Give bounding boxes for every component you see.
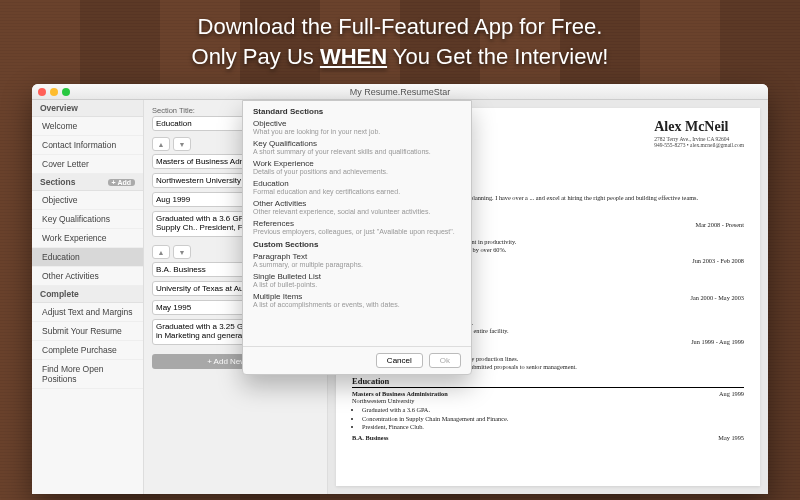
chevron-down-icon[interactable]: ▼ xyxy=(173,245,191,259)
zoom-icon[interactable] xyxy=(62,88,70,96)
sidebar-item-cover-letter[interactable]: Cover Letter xyxy=(32,155,143,174)
modal-item[interactable]: EducationFormal education and key certif… xyxy=(243,178,471,198)
modal-item[interactable]: Key QualificationsA short summary of you… xyxy=(243,138,471,158)
modal-item[interactable]: Work ExperienceDetails of your positions… xyxy=(243,158,471,178)
section-picker-modal: Standard Sections ObjectiveWhat you are … xyxy=(242,100,472,375)
sidebar-item-work-exp[interactable]: Work Experience xyxy=(32,229,143,248)
window-title: My Resume.ResumeStar xyxy=(38,87,762,97)
sidebar-item-contact[interactable]: Contact Information xyxy=(32,136,143,155)
modal-item[interactable]: ReferencesPrevious employers, colleagues… xyxy=(243,218,471,238)
modal-item[interactable]: Other ActivitiesOther relevant experienc… xyxy=(243,198,471,218)
sidebar-head-complete: Complete xyxy=(32,286,143,303)
ok-button[interactable]: Ok xyxy=(429,353,461,368)
cancel-button[interactable]: Cancel xyxy=(376,353,423,368)
sidebar-item-purchase[interactable]: Complete Purchase xyxy=(32,341,143,360)
sidebar-item-other[interactable]: Other Activities xyxy=(32,267,143,286)
resume-name: Alex McNeil xyxy=(654,118,744,136)
modal-standard-head: Standard Sections xyxy=(243,105,471,118)
sidebar-head-sections: Sections+ Add xyxy=(32,174,143,191)
modal-item[interactable]: ObjectiveWhat you are looking for in you… xyxy=(243,118,471,138)
sidebar-item-adjust[interactable]: Adjust Text and Margins xyxy=(32,303,143,322)
add-section-button[interactable]: + Add xyxy=(108,179,135,186)
sidebar-item-welcome[interactable]: Welcome xyxy=(32,117,143,136)
sidebar-head-overview: Overview xyxy=(32,100,143,117)
chevron-down-icon[interactable]: ▼ xyxy=(173,137,191,151)
sidebar-item-find-more[interactable]: Find More Open Positions xyxy=(32,360,143,389)
sidebar-item-submit[interactable]: Submit Your Resume xyxy=(32,322,143,341)
modal-item[interactable]: Paragraph TextA summary, or multiple par… xyxy=(243,251,471,271)
modal-custom-head: Custom Sections xyxy=(243,238,471,251)
chevron-up-icon[interactable]: ▲ xyxy=(152,137,170,151)
sidebar-item-key-qual[interactable]: Key Qualifications xyxy=(32,210,143,229)
section-title-label: Section Title: xyxy=(152,106,195,115)
minimize-icon[interactable] xyxy=(50,88,58,96)
modal-item[interactable]: Multiple ItemsA list of accomplishments … xyxy=(243,291,471,311)
promo-banner: Download the Full-Featured App for Free.… xyxy=(0,12,800,71)
sidebar-item-education[interactable]: Education xyxy=(32,248,143,267)
chevron-up-icon[interactable]: ▲ xyxy=(152,245,170,259)
modal-item[interactable]: Single Bulleted ListA list of bullet-poi… xyxy=(243,271,471,291)
sidebar: Overview Welcome Contact Information Cov… xyxy=(32,100,144,494)
app-window: My Resume.ResumeStar Overview Welcome Co… xyxy=(32,84,768,494)
close-icon[interactable] xyxy=(38,88,46,96)
titlebar[interactable]: My Resume.ResumeStar xyxy=(32,84,768,100)
sidebar-item-objective[interactable]: Objective xyxy=(32,191,143,210)
